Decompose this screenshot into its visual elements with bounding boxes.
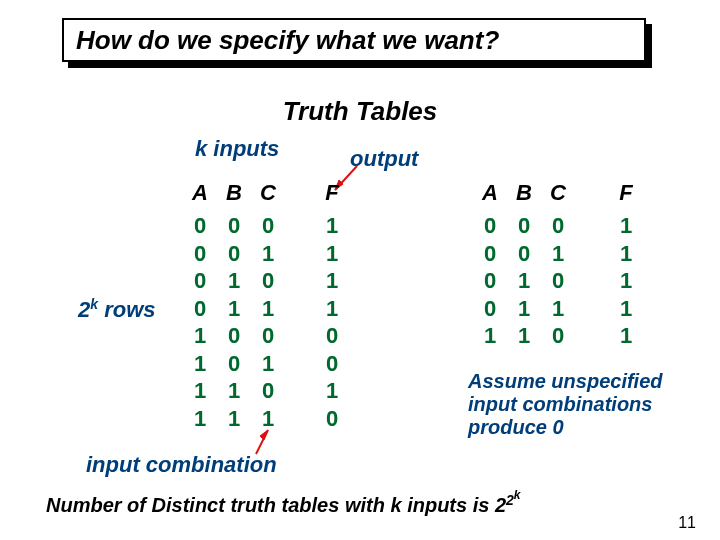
- bottom-statement: Number of Distinct truth tables with k i…: [46, 488, 521, 517]
- table-row: 0 0 0 1: [480, 212, 636, 240]
- table-row: 0 1 0 1: [190, 267, 342, 295]
- col-C: C: [548, 180, 568, 206]
- table-row: 1 1 0 1: [480, 322, 636, 350]
- slide: How do we specify what we want? Truth Ta…: [0, 0, 720, 540]
- col-A: A: [480, 180, 500, 206]
- subtitle: Truth Tables: [0, 96, 720, 127]
- col-F: F: [616, 180, 636, 206]
- table-header: A B C F: [480, 180, 636, 206]
- slide-title: How do we specify what we want?: [76, 25, 499, 56]
- table-row: 0 0 1 1: [480, 240, 636, 268]
- col-F: F: [322, 180, 342, 206]
- table-row: 0 1 0 1: [480, 267, 636, 295]
- col-B: B: [224, 180, 244, 206]
- col-C: C: [258, 180, 278, 206]
- title-box: How do we specify what we want?: [62, 18, 646, 62]
- k-inputs-label: k inputs: [195, 136, 279, 162]
- col-A: A: [190, 180, 210, 206]
- col-B: B: [514, 180, 534, 206]
- table-row: 0 1 1 1: [480, 295, 636, 323]
- table-row: 1 1 0 1: [190, 377, 342, 405]
- table-row: 0 0 0 1: [190, 212, 342, 240]
- svg-marker-3: [260, 430, 268, 440]
- table-row: 1 0 0 0: [190, 322, 342, 350]
- table-row: 1 0 1 0: [190, 350, 342, 378]
- page-number: 11: [678, 514, 696, 532]
- truth-table-right: A B C F 0 0 0 1 0 0 1 1 0 1 0 1 0: [480, 180, 636, 350]
- table-row: 0 1 1 1: [190, 295, 342, 323]
- input-combination-label: input combination: [86, 452, 277, 478]
- table-header: A B C F: [190, 180, 342, 206]
- rows-count-label: 2k rows: [78, 296, 156, 323]
- table-row: 0 0 1 1: [190, 240, 342, 268]
- truth-table-left: A B C F 0 0 0 1 0 0 1 1 0 1 0 1 0: [190, 180, 342, 432]
- assume-note: Assume unspecified input combinations pr…: [468, 370, 698, 439]
